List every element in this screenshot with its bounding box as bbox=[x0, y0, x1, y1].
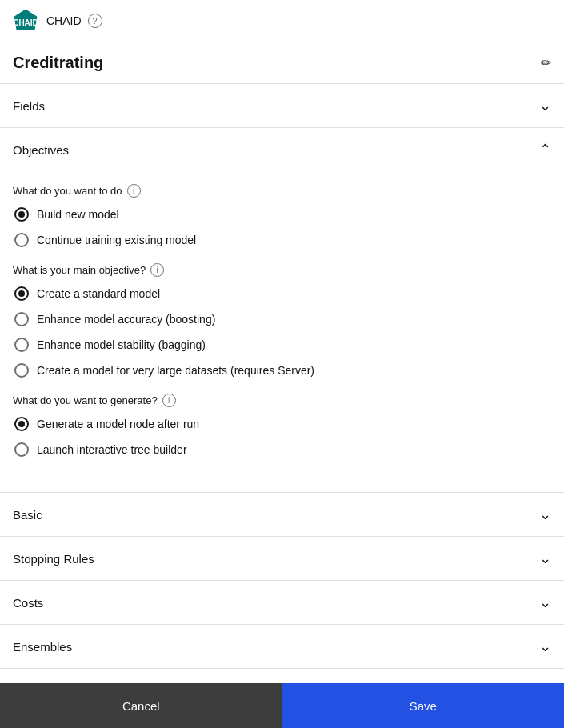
objectives-accordion-header[interactable]: Objectives ⌃ bbox=[0, 128, 564, 171]
radio-continue-training-circle bbox=[14, 233, 29, 247]
radio-continue-training[interactable]: Continue training existing model bbox=[14, 233, 551, 247]
radio-interactive-circle bbox=[14, 442, 29, 457]
question3-info-icon[interactable]: i bbox=[162, 394, 176, 407]
app-header: CHAID CHAID ? bbox=[0, 0, 564, 42]
question2-text: What is your main objective? bbox=[13, 264, 146, 276]
question3-row: What do you want to generate? i bbox=[13, 394, 551, 407]
help-icon[interactable]: ? bbox=[88, 14, 102, 28]
radio-interactive-label: Launch interactive tree builder bbox=[37, 443, 187, 456]
radio-build-new[interactable]: Build new model bbox=[14, 207, 551, 222]
question2-radio-group: Create a standard model Enhance model ac… bbox=[13, 286, 551, 378]
page-title: Creditrating bbox=[13, 54, 103, 72]
objectives-content: What do you want to do i Build new model… bbox=[0, 171, 564, 492]
cancel-button[interactable]: Cancel bbox=[0, 683, 282, 728]
svg-text:CHAID: CHAID bbox=[13, 18, 38, 27]
objectives-label: Objectives bbox=[13, 143, 69, 157]
app-name: CHAID bbox=[46, 14, 82, 27]
radio-large-datasets[interactable]: Create a model for very large datasets (… bbox=[14, 363, 551, 378]
question3-radio-group: Generate a model node after run Launch i… bbox=[13, 417, 551, 457]
question1-row: What do you want to do i bbox=[13, 184, 551, 198]
fields-section: Fields ⌄ bbox=[0, 84, 564, 128]
radio-accuracy-label: Enhance model accuracy (boosting) bbox=[37, 313, 215, 326]
app-logo: CHAID bbox=[13, 8, 38, 34]
question2-info-icon[interactable]: i bbox=[150, 263, 164, 277]
radio-stability-label: Enhance model stability (bagging) bbox=[37, 338, 206, 351]
radio-build-new-label: Build new model bbox=[37, 208, 119, 221]
stopping-rules-chevron: ⌄ bbox=[539, 550, 551, 567]
radio-continue-training-label: Continue training existing model bbox=[37, 234, 196, 246]
ensembles-chevron: ⌄ bbox=[539, 638, 551, 655]
costs-chevron: ⌄ bbox=[539, 594, 551, 611]
radio-generate-circle bbox=[14, 417, 29, 431]
ensembles-label: Ensembles bbox=[13, 640, 72, 654]
radio-standard-circle bbox=[14, 286, 29, 301]
radio-large-circle bbox=[14, 363, 29, 378]
radio-accuracy[interactable]: Enhance model accuracy (boosting) bbox=[14, 312, 551, 326]
footer: Cancel Save bbox=[0, 683, 564, 728]
basic-section: Basic ⌄ bbox=[0, 493, 564, 537]
costs-accordion-header[interactable]: Costs ⌄ bbox=[0, 581, 564, 624]
radio-large-label: Create a model for very large datasets (… bbox=[37, 364, 314, 377]
radio-interactive[interactable]: Launch interactive tree builder bbox=[14, 442, 551, 457]
question1-text: What do you want to do bbox=[13, 185, 122, 197]
basic-accordion-header[interactable]: Basic ⌄ bbox=[0, 493, 564, 536]
save-button[interactable]: Save bbox=[282, 683, 565, 728]
title-row: Creditrating ✏ bbox=[0, 42, 564, 84]
radio-standard-model[interactable]: Create a standard model bbox=[14, 286, 551, 301]
question3-text: What do you want to generate? bbox=[13, 394, 158, 406]
objectives-section: Objectives ⌃ What do you want to do i Bu… bbox=[0, 128, 564, 493]
costs-label: Costs bbox=[13, 596, 43, 610]
basic-label: Basic bbox=[13, 508, 42, 522]
costs-section: Costs ⌄ bbox=[0, 581, 564, 625]
objectives-chevron: ⌃ bbox=[539, 141, 551, 158]
fields-label: Fields bbox=[13, 99, 45, 113]
fields-accordion-header[interactable]: Fields ⌄ bbox=[0, 84, 564, 127]
stopping-rules-accordion-header[interactable]: Stopping Rules ⌄ bbox=[0, 537, 564, 580]
radio-stability[interactable]: Enhance model stability (bagging) bbox=[14, 338, 551, 352]
radio-generate-label: Generate a model node after run bbox=[37, 418, 199, 430]
stopping-rules-section: Stopping Rules ⌄ bbox=[0, 537, 564, 581]
radio-accuracy-circle bbox=[14, 312, 29, 326]
ensembles-section: Ensembles ⌄ bbox=[0, 625, 564, 669]
stopping-rules-label: Stopping Rules bbox=[13, 552, 94, 566]
radio-standard-label: Create a standard model bbox=[37, 287, 160, 300]
ensembles-accordion-header[interactable]: Ensembles ⌄ bbox=[0, 625, 564, 668]
edit-icon[interactable]: ✏ bbox=[541, 55, 551, 70]
basic-chevron: ⌄ bbox=[539, 506, 551, 523]
radio-generate-node[interactable]: Generate a model node after run bbox=[14, 417, 551, 431]
question1-radio-group: Build new model Continue training existi… bbox=[13, 207, 551, 247]
question2-row: What is your main objective? i bbox=[13, 263, 551, 277]
question1-info-icon[interactable]: i bbox=[127, 184, 141, 198]
radio-build-new-circle bbox=[14, 207, 29, 222]
radio-stability-circle bbox=[14, 338, 29, 352]
fields-chevron: ⌄ bbox=[539, 97, 551, 114]
